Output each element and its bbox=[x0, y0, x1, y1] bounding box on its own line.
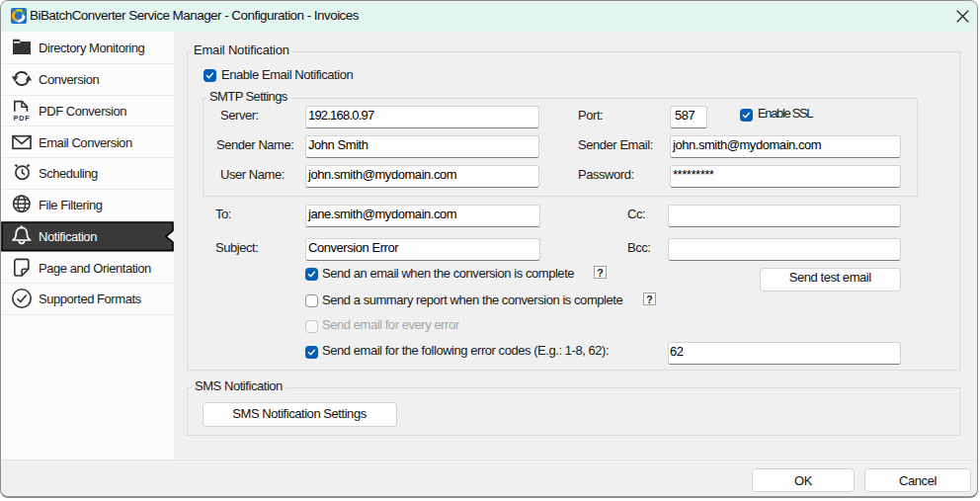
svg-text:PDF: PDF bbox=[14, 113, 31, 121]
